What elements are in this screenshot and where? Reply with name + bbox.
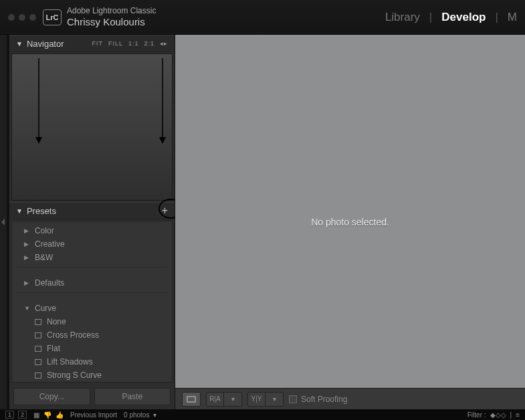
- preset-group-label: Defaults: [35, 278, 64, 288]
- preset-icon: [35, 373, 41, 379]
- module-more[interactable]: M: [508, 11, 517, 24]
- source-text: Previous Import: [70, 411, 117, 419]
- before-after-ra-button[interactable]: R|A: [207, 393, 224, 406]
- preset-label: Strong S Curve: [47, 371, 102, 380]
- preset-icon: [35, 346, 41, 352]
- thumb-up-icon[interactable]: 👍: [56, 411, 64, 419]
- main-area: ▼ Navigator FIT FILL 1:1 2:1 ◂▸ ▼ Preset…: [0, 35, 525, 409]
- triangle-right-icon: ▶: [24, 241, 31, 247]
- triangle-right-icon: ▶: [24, 254, 31, 261]
- app-name: Adobe Lightroom Classic: [67, 6, 156, 15]
- catalog-user: Chrissy Koulouris: [67, 16, 156, 28]
- triangle-right-icon: ▶: [24, 280, 31, 286]
- filter-sep: |: [510, 411, 512, 419]
- preset-curve-flat[interactable]: Flat: [12, 342, 172, 355]
- preset-label: Flat: [47, 344, 60, 353]
- count-text: 0 photos: [124, 411, 149, 419]
- preset-label: None: [47, 317, 66, 326]
- source-label[interactable]: Previous Import: [70, 411, 117, 419]
- filter-label: Filter :: [467, 411, 486, 419]
- photo-count[interactable]: 0 photos ▾: [124, 411, 156, 419]
- monitor-select[interactable]: 1 2: [5, 411, 27, 419]
- preset-icon: [35, 332, 41, 338]
- module-develop[interactable]: Develop: [441, 11, 486, 24]
- before-after-ra-dropdown[interactable]: ▾: [224, 393, 241, 406]
- zoom-fill[interactable]: FILL: [108, 40, 123, 47]
- left-collapse-handle[interactable]: [0, 35, 7, 409]
- app-header: LrC Adobe Lightroom Classic Chrissy Koul…: [0, 0, 525, 35]
- preset-curve-strong[interactable]: Strong S Curve: [12, 369, 172, 382]
- module-separator: |: [429, 11, 432, 24]
- presets-list[interactable]: ▶Color ▶Creative ▶B&W ▶Defaults ▼Curve N…: [11, 221, 173, 383]
- preset-group-bw[interactable]: ▶B&W: [12, 251, 172, 264]
- annotation-arrow: [32, 58, 45, 145]
- monitor-1-button[interactable]: 1: [5, 411, 14, 419]
- before-after-yy-button[interactable]: Y|Y: [248, 393, 266, 406]
- module-picker: Library | Develop | M: [385, 11, 517, 24]
- loupe-group: [182, 392, 201, 407]
- navigator-header[interactable]: ▼ Navigator FIT FILL 1:1 2:1 ◂▸: [9, 35, 175, 52]
- svg-marker-2: [35, 137, 42, 144]
- preset-group-defaults[interactable]: ▶Defaults: [12, 276, 172, 290]
- window-controls[interactable]: [8, 14, 36, 21]
- before-after-yy-group: Y|Y ▾: [247, 392, 284, 407]
- annotation-arrow: [156, 58, 169, 145]
- before-after-ra-group: R|A ▾: [206, 392, 242, 407]
- preset-divider: [16, 267, 168, 274]
- module-library[interactable]: Library: [385, 11, 420, 24]
- settings-icon[interactable]: ≡: [516, 411, 520, 419]
- presets-title: Presets: [27, 206, 56, 216]
- status-bar: 1 2 ▦ 👎 👍 Previous Import 0 photos ▾ Fil…: [0, 409, 525, 420]
- preset-curve-cross[interactable]: Cross Process: [12, 328, 172, 342]
- add-preset-button[interactable]: +: [162, 205, 168, 217]
- navigator-zoom: FIT FILL 1:1 2:1 ◂▸: [92, 40, 168, 47]
- preset-group-curve[interactable]: ▼Curve: [12, 302, 172, 315]
- preset-divider: [16, 292, 168, 299]
- left-panel: ▼ Navigator FIT FILL 1:1 2:1 ◂▸ ▼ Preset…: [7, 35, 175, 409]
- chevron-left-icon: [1, 218, 6, 226]
- filter-bar[interactable]: Filter : ◆◇◇ | ≡: [467, 411, 520, 419]
- monitor-2-button[interactable]: 2: [18, 411, 27, 419]
- navigator-title: Navigator: [27, 39, 64, 49]
- grid-icon[interactable]: ▦: [33, 411, 39, 419]
- preset-group-label: Curve: [35, 304, 56, 313]
- soft-proof-checkbox[interactable]: [289, 395, 297, 403]
- loupe-view-button[interactable]: [183, 393, 200, 406]
- develop-toolbar: R|A ▾ Y|Y ▾ Soft Proofing: [175, 388, 525, 409]
- zoom-2to1[interactable]: 2:1: [144, 40, 154, 47]
- paste-button[interactable]: Paste: [94, 388, 171, 405]
- preset-curve-none[interactable]: None: [12, 315, 172, 328]
- loupe-icon: [187, 396, 196, 403]
- preset-group-color[interactable]: ▶Color: [12, 224, 172, 237]
- preset-label: Cross Process: [47, 330, 99, 340]
- chevron-down-icon: ▾: [153, 411, 156, 419]
- triangle-down-icon: ▼: [16, 40, 23, 47]
- triangle-down-icon: ▼: [24, 305, 31, 312]
- triangle-right-icon: ▶: [24, 227, 31, 234]
- presets-header[interactable]: ▼ Presets +: [9, 202, 175, 219]
- navigator-preview[interactable]: [11, 54, 173, 201]
- svg-marker-0: [1, 219, 5, 225]
- preset-icon: [35, 359, 41, 365]
- preset-label: Lift Shadows: [47, 357, 93, 366]
- zoom-fit[interactable]: FIT: [92, 40, 103, 47]
- preset-group-creative[interactable]: ▶Creative: [12, 237, 172, 251]
- soft-proof-label: Soft Proofing: [301, 395, 347, 404]
- zoom-stepper-icon[interactable]: ◂▸: [160, 40, 168, 47]
- preview-area[interactable]: No photo selected. R|A ▾ Y|Y ▾ Soft Proo…: [175, 35, 525, 409]
- zoom-1to1[interactable]: 1:1: [128, 40, 139, 47]
- module-separator: |: [495, 11, 498, 24]
- preset-curve-lift[interactable]: Lift Shadows: [12, 355, 172, 369]
- preview-message: No photo selected.: [311, 217, 389, 227]
- soft-proofing[interactable]: Soft Proofing: [289, 395, 347, 404]
- app-title: Adobe Lightroom Classic Chrissy Koulouri…: [67, 6, 156, 27]
- preset-group-label: B&W: [35, 253, 53, 262]
- grid-thumb-controls[interactable]: ▦ 👎 👍: [33, 411, 64, 419]
- flag-filter-icon[interactable]: ◆◇◇: [490, 411, 506, 419]
- app-logo: LrC: [43, 9, 62, 25]
- preset-group-label: Color: [35, 226, 54, 235]
- before-after-yy-dropdown[interactable]: ▾: [266, 393, 283, 406]
- copy-button[interactable]: Copy...: [13, 388, 90, 405]
- preset-group-grain[interactable]: ▶Grain: [12, 382, 172, 383]
- thumb-down-icon[interactable]: 👎: [43, 411, 51, 419]
